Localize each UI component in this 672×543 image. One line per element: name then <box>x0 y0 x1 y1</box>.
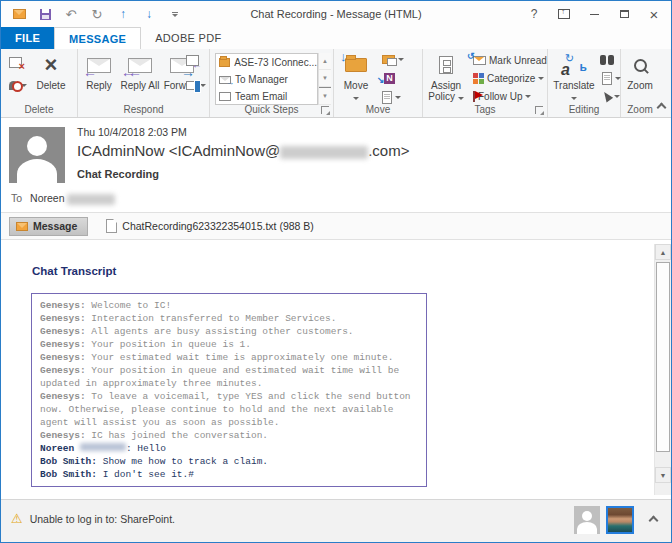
delete-button[interactable]: × Delete <box>29 52 73 91</box>
redacted-recipient-name <box>67 194 115 205</box>
quick-access-toolbar: ↶ ↻ ↑ ↓ <box>1 6 183 22</box>
reply-all-button[interactable]: ←← Reply All <box>120 52 160 91</box>
mail-icon[interactable] <box>11 6 27 22</box>
redacted-domain <box>280 146 368 159</box>
categorize-icon <box>473 73 484 84</box>
reply-button[interactable]: ← Reply <box>80 52 118 91</box>
tab-message[interactable]: MESSAGE <box>54 27 141 49</box>
quick-steps-scroll-up-icon[interactable]: ▲ <box>319 53 331 70</box>
select-button[interactable] <box>603 91 620 101</box>
delete-x-icon: × <box>45 54 58 76</box>
find-button[interactable] <box>600 55 614 65</box>
meeting-button[interactable] <box>186 55 199 66</box>
save-icon[interactable] <box>37 6 53 22</box>
folder-move-icon <box>219 58 230 67</box>
scrollbar-down-icon[interactable]: ▼ <box>655 467 671 483</box>
customize-qat-icon[interactable] <box>167 6 183 22</box>
message-to-row: To Noreen <box>11 192 115 205</box>
people-pane-avatar-silhouette[interactable] <box>574 506 600 534</box>
quick-step-item[interactable]: Team Email <box>216 88 317 105</box>
message-view-tab[interactable]: Message <box>9 217 88 236</box>
chat-transcript-heading: Chat Transcript <box>32 265 116 277</box>
reply-all-envelope-icon: ←← <box>128 58 152 73</box>
assign-policy-button[interactable]: Assign Policy <box>425 52 467 102</box>
body-scrollbar[interactable]: ▲ ▼ <box>654 244 671 495</box>
close-icon[interactable]: × <box>641 4 667 24</box>
transcript-line: Genesys: Your estimated wait time is app… <box>40 351 418 364</box>
quick-steps-dialog-launcher[interactable] <box>321 106 329 114</box>
transcript-line: Noreen : Hello <box>40 442 418 455</box>
group-label-delete: Delete <box>1 104 77 115</box>
maximize-icon[interactable] <box>611 4 637 24</box>
sender-avatar[interactable] <box>9 127 65 183</box>
magnifier-icon <box>634 59 647 72</box>
message-subject: Chat Recording <box>77 168 159 180</box>
transcript-line: Genesys: All agents are busy assisting o… <box>40 325 418 338</box>
transcript-line: Genesys: Interaction transferred to Memb… <box>40 312 418 325</box>
ribbon-display-options-icon[interactable] <box>551 4 577 24</box>
transcript-line: Bob Smith: I don't see it.# <box>40 468 418 481</box>
minimize-icon[interactable] <box>581 4 607 24</box>
move-button[interactable]: Move <box>336 52 376 102</box>
scrollbar-thumb[interactable] <box>656 262 670 452</box>
warning-icon: ⚠ <box>11 512 23 525</box>
next-item-icon[interactable]: ↓ <box>141 6 157 22</box>
transcript-line: agent will assist you as soon as possibl… <box>40 416 418 429</box>
message-from: ICAdminNow <ICAdminNow@.com> <box>77 142 409 159</box>
quick-steps-gallery: ASE-73 IConnec...To ManagerTeam Email <box>215 53 318 105</box>
to-recipient[interactable]: Noreen <box>30 192 115 205</box>
select-cursor-icon <box>601 90 613 103</box>
transcript-line: Genesys: IC has joined the conversation. <box>40 429 418 442</box>
actions-button[interactable] <box>382 91 401 104</box>
title-bar: ↶ ↻ ↑ ↓ Chat Recording - Message (HTML) … <box>1 1 671 27</box>
redo-icon[interactable]: ↻ <box>89 6 105 22</box>
quick-steps-overflow-icon[interactable]: ▼ <box>319 87 331 105</box>
chat-transcript-box: Genesys: Welcome to IC!Genesys: Interact… <box>31 293 427 487</box>
help-icon[interactable]: ? <box>521 4 547 24</box>
scrollbar-up-icon[interactable]: ▲ <box>655 244 671 260</box>
status-message-row: ⚠ Unable to log in to: SharePoint. <box>11 512 175 525</box>
follow-up-button[interactable]: Follow Up <box>473 91 531 102</box>
quick-steps-scroll-down-icon[interactable]: ▼ <box>319 70 331 87</box>
meeting-icon <box>186 55 199 66</box>
group-label-respond: Respond <box>78 104 209 115</box>
people-pane <box>574 506 657 534</box>
window-controls: ? × <box>521 1 667 27</box>
tab-file[interactable]: FILE <box>1 27 54 49</box>
attachment-item[interactable]: ChatRecording623322354015.txt (988 B) <box>106 219 313 233</box>
collapse-ribbon-icon[interactable] <box>658 101 665 113</box>
translate-button[interactable]: ↻aь Translate <box>550 52 598 102</box>
translate-icon: ↻aь <box>561 55 587 75</box>
more-respond-actions-button[interactable] <box>186 81 206 90</box>
transcript-line: Genesys: To leave a voicemail, type YES … <box>40 390 418 403</box>
message-envelope-icon <box>16 222 28 231</box>
previous-item-icon[interactable]: ↑ <box>115 6 131 22</box>
onenote-button[interactable]: N <box>384 73 395 84</box>
tags-dialog-launcher[interactable] <box>535 106 543 114</box>
envelope-icon <box>219 92 231 101</box>
transcript-line: now. Otherwise, please continue to hold … <box>40 403 418 416</box>
tab-adobe-pdf[interactable]: ADOBE PDF <box>141 27 235 49</box>
mark-unread-button[interactable]: Mark Unread <box>473 55 547 66</box>
transcript-line: Genesys: Your position in queue is 1. <box>40 338 418 351</box>
group-label-quick-steps: Quick Steps <box>210 104 333 115</box>
reply-envelope-icon: ← <box>87 58 111 73</box>
actions-doc-icon <box>382 91 392 104</box>
people-pane-avatar-photo[interactable] <box>606 506 634 534</box>
transcript-line: Genesys: Welcome to IC! <box>40 299 418 312</box>
people-pane-collapse-icon[interactable] <box>650 514 657 526</box>
categorize-button[interactable]: Categorize <box>473 73 544 84</box>
undo-icon[interactable]: ↶ <box>63 6 79 22</box>
transcript-line: Bob Smith: Show me how to track a claim. <box>40 455 418 468</box>
junk-icon <box>9 81 18 90</box>
rules-button[interactable] <box>382 55 404 64</box>
quick-step-item[interactable]: ASE-73 IConnec... <box>216 54 317 71</box>
quick-step-item[interactable]: To Manager <box>216 71 317 88</box>
attachment-file-icon <box>106 219 117 233</box>
junk-button[interactable] <box>9 81 27 90</box>
ribbon-tabs: FILE MESSAGE ADOBE PDF <box>1 27 671 49</box>
zoom-button[interactable]: Zoom <box>618 52 662 91</box>
onenote-icon: N <box>384 73 395 84</box>
message-header: Thu 10/4/2018 2:03 PM ICAdminNow <ICAdmi… <box>1 118 671 213</box>
ignore-button[interactable] <box>9 57 22 68</box>
